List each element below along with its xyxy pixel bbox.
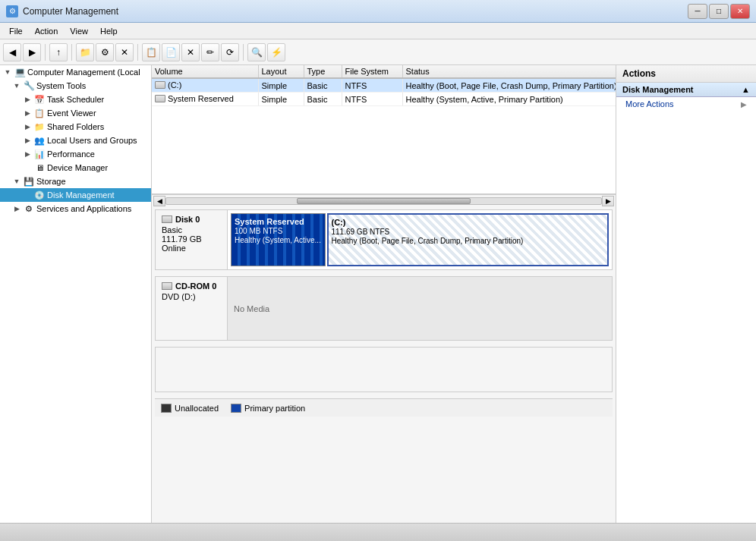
menu-file[interactable]: File — [3, 25, 29, 37]
sidebar-item-computer-management[interactable]: ▼ 💻 Computer Management (Local — [0, 65, 151, 79]
search-button[interactable]: 🔍 — [247, 43, 266, 61]
sidebar-item-disk-management[interactable]: ▶ 💿 Disk Management — [0, 188, 151, 202]
expand-icon: ▶ — [21, 123, 33, 131]
services-label: Services and Applications — [35, 204, 131, 213]
partition-name: System Reserved — [235, 217, 322, 226]
cdrom0-title: CD-ROM 0 — [162, 282, 221, 291]
back-button[interactable]: ◀ — [3, 43, 21, 61]
expand-icon: ▼ — [2, 68, 14, 76]
disk0-partitions: System Reserved 100 MB NTFS Healthy (Sys… — [228, 210, 612, 269]
task-scheduler-label: Task Scheduler — [46, 95, 104, 104]
cdrom0-name: CD-ROM 0 — [175, 282, 216, 291]
close-button[interactable]: ✕ — [730, 4, 750, 19]
volume-c-label: (C:) — [155, 80, 181, 90]
sidebar-item-task-scheduler[interactable]: ▶ 📅 Task Scheduler — [0, 93, 151, 106]
col-status: Status — [402, 65, 616, 78]
partition-size: 111.69 GB NTFS — [332, 228, 605, 236]
more-actions-label: More Actions — [625, 99, 674, 109]
partition-status: Healthy (System, Active... — [235, 236, 322, 244]
cdrom0-row: CD-ROM 0 DVD (D:) No Media — [155, 276, 613, 341]
disk-management-action-header[interactable]: Disk Management ▲ — [616, 83, 756, 97]
sidebar-item-services[interactable]: ▶ ⚙ Services and Applications — [0, 202, 151, 215]
more-actions-item[interactable]: More Actions ▶ — [616, 97, 756, 111]
scroll-track[interactable] — [165, 197, 602, 205]
disk0-label: Disk 0 Basic 111.79 GB Online — [156, 210, 228, 269]
performance-label: Performance — [46, 149, 95, 159]
disk-management-icon: 💿 — [33, 189, 46, 201]
menu-view[interactable]: View — [64, 25, 94, 37]
local-users-icon: 👥 — [33, 134, 46, 146]
delete-button[interactable]: ✕ — [181, 43, 200, 61]
scroll-right-arrow[interactable]: ▶ — [602, 196, 614, 206]
computer-management-label: Computer Management (Local — [26, 68, 140, 77]
empty-area — [155, 347, 613, 392]
scroll-left-arrow[interactable]: ◀ — [153, 196, 165, 206]
forward-button[interactable]: ▶ — [23, 43, 41, 61]
table-row[interactable]: System Reserved Simple Basic NTFS Health… — [152, 93, 616, 106]
shared-folders-label: Shared Folders — [46, 122, 104, 131]
cell-filesystem: NTFS — [342, 78, 402, 93]
sidebar-item-performance[interactable]: ▶ 📊 Performance — [0, 147, 151, 161]
cdrom0-status: No Media — [234, 304, 269, 313]
cell-filesystem: NTFS — [342, 93, 402, 106]
system-reserved-partition[interactable]: System Reserved 100 MB NTFS Healthy (Sys… — [231, 213, 326, 266]
volume-sysres-label: System Reserved — [155, 94, 234, 103]
sidebar-item-local-users[interactable]: ▶ 👥 Local Users and Groups — [0, 134, 151, 147]
disk-management-label: Disk Management — [46, 190, 115, 200]
show-hide-button[interactable]: 📁 — [76, 43, 94, 61]
cell-status: Healthy (System, Active, Primary Partiti… — [402, 93, 616, 106]
window-controls: ─ □ ✕ — [688, 4, 750, 19]
toolbar-separator-1 — [45, 44, 46, 61]
disk0-status: Online — [162, 244, 221, 253]
menu-help[interactable]: Help — [94, 25, 124, 37]
toolbar-separator-2 — [71, 44, 72, 61]
scroll-thumb[interactable] — [297, 198, 471, 204]
hdd-icon — [155, 81, 165, 89]
sidebar-item-device-manager[interactable]: ▶ 🖥 Device Manager — [0, 161, 151, 175]
up-button[interactable]: ↑ — [49, 43, 68, 61]
more-actions-arrow: ▶ — [741, 100, 747, 109]
toolbar-separator-3 — [137, 44, 138, 61]
c-drive-partition[interactable]: (C:) 111.69 GB NTFS Healthy (Boot, Page … — [327, 213, 610, 266]
device-manager-icon: 🖥 — [33, 162, 46, 174]
unallocated-box — [161, 404, 172, 413]
toolbar: ◀ ▶ ↑ 📁 ⚙ ✕ 📋 📄 ✕ ✏ ⟳ 🔍 ⚡ — [0, 39, 756, 65]
disk0-row: Disk 0 Basic 111.79 GB Online System Res… — [155, 209, 613, 270]
disk0-name: Disk 0 — [175, 215, 200, 224]
shared-folders-icon: 📁 — [33, 121, 46, 133]
expand-icon: ▶ — [21, 150, 33, 158]
main-layout: ▼ 💻 Computer Management (Local ▼ 🔧 Syste… — [0, 65, 756, 523]
cell-type: Basic — [304, 78, 342, 93]
rename-button[interactable]: ✏ — [201, 43, 219, 61]
sidebar-item-storage[interactable]: ▼ 💾 Storage — [0, 175, 151, 188]
cell-volume: System Reserved — [152, 93, 258, 106]
maximize-button[interactable]: □ — [709, 4, 729, 19]
copy-button[interactable]: 📋 — [142, 43, 160, 61]
menu-action[interactable]: Action — [29, 25, 65, 37]
sidebar-item-shared-folders[interactable]: ▶ 📁 Shared Folders — [0, 120, 151, 134]
device-manager-label: Device Manager — [46, 163, 108, 172]
close-console-button[interactable]: ✕ — [115, 43, 134, 61]
sidebar-item-event-viewer[interactable]: ▶ 📋 Event Viewer — [0, 106, 151, 120]
table-horizontal-scrollbar[interactable]: ◀ ▶ — [152, 194, 616, 206]
primary-label: Primary partition — [244, 404, 305, 413]
disk-visualization-area: Disk 0 Basic 111.79 GB Online System Res… — [152, 206, 616, 523]
minimize-button[interactable]: ─ — [688, 4, 707, 19]
properties-button[interactable]: ⚙ — [96, 43, 114, 61]
disk-management-action-label: Disk Management — [622, 85, 694, 94]
menu-bar: File Action View Help — [0, 23, 756, 39]
expand-icon: ▶ — [21, 137, 33, 144]
app-icon: ⚙ — [6, 5, 18, 17]
refresh-button[interactable]: ⟳ — [221, 43, 239, 61]
content-area: Volume Layout Type File System Status C — [152, 65, 616, 523]
cdrom0-label: CD-ROM 0 DVD (D:) — [156, 277, 228, 340]
sidebar-item-system-tools[interactable]: ▼ 🔧 System Tools — [0, 79, 151, 93]
table-row[interactable]: (C:) Simple Basic NTFS Healthy (Boot, Pa… — [152, 78, 616, 93]
local-users-label: Local Users and Groups — [46, 136, 137, 145]
paste-button[interactable]: 📄 — [162, 43, 180, 61]
unallocated-label: Unallocated — [175, 404, 219, 413]
col-layout: Layout — [258, 65, 304, 78]
help-button[interactable]: ⚡ — [267, 43, 285, 61]
status-bar — [0, 523, 756, 541]
task-scheduler-icon: 📅 — [33, 93, 46, 105]
